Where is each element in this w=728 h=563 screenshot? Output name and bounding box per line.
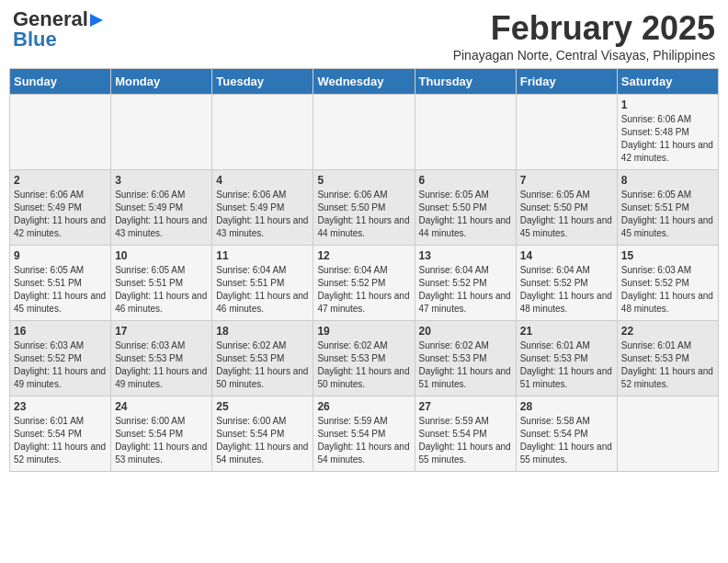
calendar-cell: 27Sunrise: 5:59 AM Sunset: 5:54 PM Dayli… xyxy=(415,396,516,472)
calendar-cell: 15Sunrise: 6:03 AM Sunset: 5:52 PM Dayli… xyxy=(617,246,718,321)
calendar-cell: 12Sunrise: 6:04 AM Sunset: 5:52 PM Dayli… xyxy=(313,246,415,321)
day-number: 2 xyxy=(14,174,107,187)
calendar-cell: 25Sunrise: 6:00 AM Sunset: 5:54 PM Dayli… xyxy=(212,396,313,472)
day-number: 16 xyxy=(14,325,107,338)
day-number: 7 xyxy=(520,174,613,187)
day-number: 27 xyxy=(419,400,512,413)
calendar-cell xyxy=(516,95,617,170)
day-info: Sunrise: 6:04 AM Sunset: 5:51 PM Dayligh… xyxy=(216,264,309,316)
day-info: Sunrise: 5:59 AM Sunset: 5:54 PM Dayligh… xyxy=(317,415,410,466)
calendar-cell: 26Sunrise: 5:59 AM Sunset: 5:54 PM Dayli… xyxy=(313,396,415,472)
day-number: 11 xyxy=(216,249,309,262)
calendar-cell: 14Sunrise: 6:04 AM Sunset: 5:52 PM Dayli… xyxy=(516,246,617,321)
day-info: Sunrise: 6:00 AM Sunset: 5:54 PM Dayligh… xyxy=(216,415,309,466)
day-info: Sunrise: 6:04 AM Sunset: 5:52 PM Dayligh… xyxy=(317,264,410,316)
day-info: Sunrise: 6:06 AM Sunset: 5:49 PM Dayligh… xyxy=(115,189,208,240)
day-number: 25 xyxy=(216,400,309,413)
logo: General Blue xyxy=(13,9,103,50)
month-title: February 2025 xyxy=(453,9,715,48)
day-number: 21 xyxy=(520,325,613,338)
day-number: 20 xyxy=(419,325,512,338)
day-info: Sunrise: 6:04 AM Sunset: 5:52 PM Dayligh… xyxy=(520,264,613,316)
calendar-cell xyxy=(617,396,718,472)
calendar-cell: 2Sunrise: 6:06 AM Sunset: 5:49 PM Daylig… xyxy=(10,170,111,246)
day-number: 9 xyxy=(14,249,107,262)
day-number: 4 xyxy=(216,174,309,187)
day-number: 3 xyxy=(115,174,208,187)
calendar-cell: 11Sunrise: 6:04 AM Sunset: 5:51 PM Dayli… xyxy=(212,246,313,321)
day-number: 26 xyxy=(317,400,410,413)
logo-blue: Blue xyxy=(13,29,57,50)
day-info: Sunrise: 6:05 AM Sunset: 5:50 PM Dayligh… xyxy=(520,189,613,240)
calendar-cell xyxy=(10,95,111,170)
day-info: Sunrise: 6:02 AM Sunset: 5:53 PM Dayligh… xyxy=(216,339,309,391)
day-header-wednesday: Wednesday xyxy=(313,69,415,95)
calendar-cell: 7Sunrise: 6:05 AM Sunset: 5:50 PM Daylig… xyxy=(516,170,617,246)
day-number: 19 xyxy=(317,325,410,338)
calendar-cell: 6Sunrise: 6:05 AM Sunset: 5:50 PM Daylig… xyxy=(415,170,516,246)
day-header-saturday: Saturday xyxy=(617,69,718,95)
day-info: Sunrise: 6:01 AM Sunset: 5:53 PM Dayligh… xyxy=(621,339,714,391)
day-number: 18 xyxy=(216,325,309,338)
day-number: 8 xyxy=(621,174,714,187)
calendar-cell: 21Sunrise: 6:01 AM Sunset: 5:53 PM Dayli… xyxy=(516,321,617,396)
calendar-cell: 13Sunrise: 6:04 AM Sunset: 5:52 PM Dayli… xyxy=(415,246,516,321)
day-number: 6 xyxy=(419,174,512,187)
calendar-cell: 9Sunrise: 6:05 AM Sunset: 5:51 PM Daylig… xyxy=(10,246,111,321)
calendar-week-2: 9Sunrise: 6:05 AM Sunset: 5:51 PM Daylig… xyxy=(10,246,719,321)
calendar-week-4: 23Sunrise: 6:01 AM Sunset: 5:54 PM Dayli… xyxy=(10,396,719,472)
day-info: Sunrise: 6:03 AM Sunset: 5:53 PM Dayligh… xyxy=(115,339,208,391)
day-info: Sunrise: 6:06 AM Sunset: 5:49 PM Dayligh… xyxy=(216,189,309,240)
calendar-cell xyxy=(212,95,313,170)
day-info: Sunrise: 6:03 AM Sunset: 5:52 PM Dayligh… xyxy=(14,339,107,391)
calendar-week-1: 2Sunrise: 6:06 AM Sunset: 5:49 PM Daylig… xyxy=(10,170,719,246)
day-header-friday: Friday xyxy=(516,69,617,95)
day-number: 23 xyxy=(14,400,107,413)
calendar-cell xyxy=(415,95,516,170)
day-info: Sunrise: 6:06 AM Sunset: 5:49 PM Dayligh… xyxy=(14,189,107,240)
day-info: Sunrise: 6:02 AM Sunset: 5:53 PM Dayligh… xyxy=(419,339,512,391)
calendar-cell: 17Sunrise: 6:03 AM Sunset: 5:53 PM Dayli… xyxy=(111,321,212,396)
day-number: 15 xyxy=(621,249,714,262)
day-number: 1 xyxy=(621,98,714,111)
day-header-monday: Monday xyxy=(111,69,212,95)
day-info: Sunrise: 6:02 AM Sunset: 5:53 PM Dayligh… xyxy=(317,339,410,391)
calendar-table: SundayMondayTuesdayWednesdayThursdayFrid… xyxy=(9,68,719,472)
day-info: Sunrise: 6:06 AM Sunset: 5:50 PM Dayligh… xyxy=(317,189,410,240)
calendar-cell: 8Sunrise: 6:05 AM Sunset: 5:51 PM Daylig… xyxy=(617,170,718,246)
day-info: Sunrise: 6:04 AM Sunset: 5:52 PM Dayligh… xyxy=(419,264,512,316)
calendar-header-row: SundayMondayTuesdayWednesdayThursdayFrid… xyxy=(10,69,719,95)
calendar-cell: 24Sunrise: 6:00 AM Sunset: 5:54 PM Dayli… xyxy=(111,396,212,472)
calendar-cell: 10Sunrise: 6:05 AM Sunset: 5:51 PM Dayli… xyxy=(111,246,212,321)
day-info: Sunrise: 6:01 AM Sunset: 5:53 PM Dayligh… xyxy=(520,339,613,391)
calendar-cell: 23Sunrise: 6:01 AM Sunset: 5:54 PM Dayli… xyxy=(10,396,111,472)
day-info: Sunrise: 6:03 AM Sunset: 5:52 PM Dayligh… xyxy=(621,264,714,316)
page-header: General Blue February 2025 Pinayagan Nor… xyxy=(9,9,719,63)
day-info: Sunrise: 6:05 AM Sunset: 5:51 PM Dayligh… xyxy=(14,264,107,316)
day-info: Sunrise: 6:05 AM Sunset: 5:50 PM Dayligh… xyxy=(419,189,512,240)
day-number: 10 xyxy=(115,249,208,262)
calendar-cell: 16Sunrise: 6:03 AM Sunset: 5:52 PM Dayli… xyxy=(10,321,111,396)
day-number: 5 xyxy=(317,174,410,187)
day-info: Sunrise: 5:59 AM Sunset: 5:54 PM Dayligh… xyxy=(419,415,512,466)
day-info: Sunrise: 6:05 AM Sunset: 5:51 PM Dayligh… xyxy=(621,189,714,240)
day-info: Sunrise: 6:06 AM Sunset: 5:48 PM Dayligh… xyxy=(621,113,714,165)
day-number: 24 xyxy=(115,400,208,413)
calendar-cell: 3Sunrise: 6:06 AM Sunset: 5:49 PM Daylig… xyxy=(111,170,212,246)
day-number: 12 xyxy=(317,249,410,262)
day-info: Sunrise: 6:00 AM Sunset: 5:54 PM Dayligh… xyxy=(115,415,208,466)
calendar-cell: 5Sunrise: 6:06 AM Sunset: 5:50 PM Daylig… xyxy=(313,170,415,246)
day-header-thursday: Thursday xyxy=(415,69,516,95)
day-info: Sunrise: 5:58 AM Sunset: 5:54 PM Dayligh… xyxy=(520,415,613,466)
calendar-cell xyxy=(313,95,415,170)
title-block: February 2025 Pinayagan Norte, Central V… xyxy=(453,9,715,63)
calendar-body: 1Sunrise: 6:06 AM Sunset: 5:48 PM Daylig… xyxy=(10,95,719,472)
day-number: 28 xyxy=(520,400,613,413)
calendar-cell: 1Sunrise: 6:06 AM Sunset: 5:48 PM Daylig… xyxy=(617,95,718,170)
day-number: 13 xyxy=(419,249,512,262)
day-header-tuesday: Tuesday xyxy=(212,69,313,95)
day-number: 22 xyxy=(621,325,714,338)
calendar-cell: 18Sunrise: 6:02 AM Sunset: 5:53 PM Dayli… xyxy=(212,321,313,396)
day-number: 14 xyxy=(520,249,613,262)
logo-text: General xyxy=(13,9,103,29)
